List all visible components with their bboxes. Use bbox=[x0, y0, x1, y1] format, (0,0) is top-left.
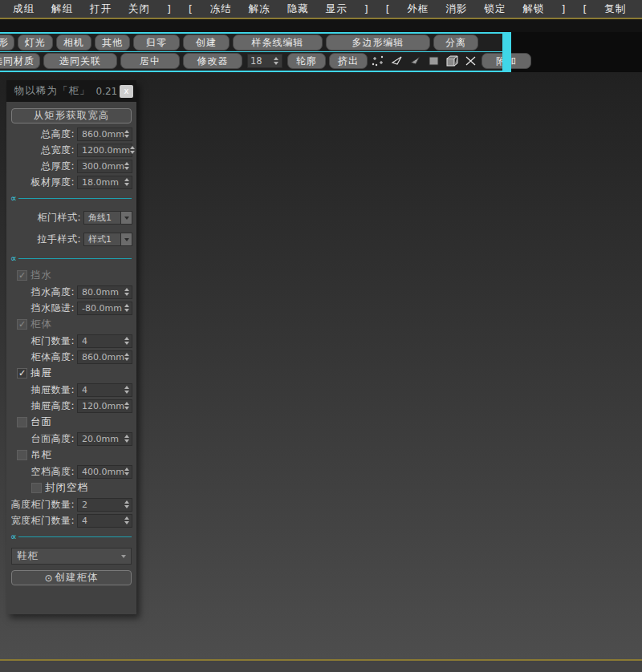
separator-line bbox=[18, 258, 132, 259]
checkbox-台面[interactable] bbox=[17, 417, 27, 427]
checkbox-row: 吊柜 bbox=[10, 447, 132, 464]
field-value: 120.0mm bbox=[82, 401, 124, 411]
menu-bracket: ] bbox=[364, 3, 369, 15]
value-field[interactable]: 4 bbox=[77, 383, 132, 397]
value-field[interactable]: 18.0mm bbox=[77, 176, 132, 189]
toolbar-button-挤出[interactable]: 挤出 bbox=[329, 53, 368, 69]
value-field[interactable]: 4 bbox=[77, 514, 132, 528]
field-spinner[interactable] bbox=[123, 337, 130, 345]
field-spinner[interactable] bbox=[123, 435, 130, 443]
param-label: 挡水隐进: bbox=[10, 302, 77, 315]
value-field[interactable]: 80.0mm bbox=[77, 285, 132, 299]
menu-item-打开[interactable]: 打开 bbox=[90, 2, 112, 16]
menu-item-显示[interactable]: 显示 bbox=[326, 2, 347, 16]
cube-icon[interactable] bbox=[444, 53, 461, 69]
section-separator: ∝ bbox=[10, 528, 132, 545]
arrow-filled-icon[interactable] bbox=[407, 53, 424, 69]
field-spinner[interactable] bbox=[130, 146, 135, 154]
value-field[interactable]: 300.0mm bbox=[77, 160, 132, 173]
points-icon[interactable] bbox=[370, 53, 387, 69]
value-field[interactable]: 400.0mm bbox=[77, 465, 132, 479]
modifier-count-spinner[interactable]: 18 bbox=[247, 54, 282, 68]
menu-bracket: ] bbox=[562, 3, 567, 15]
field-spinner[interactable] bbox=[124, 130, 130, 138]
get-width-height-button[interactable]: 从矩形获取宽高 bbox=[11, 108, 132, 123]
dialog-version: 0.21 bbox=[96, 86, 118, 97]
menu-item-解冻[interactable]: 解冻 bbox=[249, 2, 270, 16]
menu-item-冻结[interactable]: 冻结 bbox=[210, 2, 232, 16]
field-spinner[interactable] bbox=[124, 468, 130, 476]
menu-item-解锁[interactable]: 解锁 bbox=[523, 2, 545, 16]
field-spinner[interactable] bbox=[123, 178, 130, 186]
spinner-arrows[interactable] bbox=[272, 57, 279, 65]
field-value: 4 bbox=[82, 336, 123, 346]
menu-item-隐藏[interactable]: 隐藏 bbox=[287, 2, 309, 16]
value-field[interactable]: 20.0mm bbox=[77, 432, 132, 446]
menu-item-复制[interactable]: 复制 bbox=[604, 2, 626, 16]
menu-item-成组[interactable]: 成组 bbox=[13, 2, 35, 16]
dropdown-row: 柜门样式:角线1 bbox=[10, 207, 132, 229]
field-value: 80.0mm bbox=[82, 287, 123, 298]
value-field[interactable]: 860.0mm bbox=[77, 350, 132, 364]
field-spinner[interactable] bbox=[124, 402, 130, 410]
param-label: 抽屉数量: bbox=[10, 383, 77, 397]
chevron-down-icon[interactable] bbox=[120, 212, 132, 224]
toolbar-button-居中[interactable]: 居中 bbox=[120, 53, 180, 69]
arrow-outline-icon[interactable] bbox=[388, 53, 405, 69]
toolbar-button-归零[interactable]: 归零 bbox=[133, 34, 180, 51]
menu-bracket: [ bbox=[189, 3, 193, 15]
menu-item-外框[interactable]: 外框 bbox=[408, 2, 429, 16]
menu-item-解组[interactable]: 解组 bbox=[51, 2, 73, 16]
square-icon[interactable] bbox=[425, 53, 442, 69]
close-button[interactable]: x bbox=[120, 85, 133, 98]
menu-item-消影[interactable]: 消影 bbox=[446, 2, 468, 16]
toolbar-button-选同关联[interactable]: 选同关联 bbox=[43, 53, 117, 69]
value-field[interactable]: 2 bbox=[77, 498, 132, 512]
dropdown[interactable]: 角线1 bbox=[83, 211, 132, 225]
dropdown[interactable]: 样式1 bbox=[83, 233, 132, 246]
toolbar-button-分离[interactable]: 分离 bbox=[433, 34, 478, 51]
dropdown-value: 样式1 bbox=[84, 233, 120, 245]
field-spinner[interactable] bbox=[124, 162, 130, 170]
checkbox-row: ✓挡水 bbox=[10, 267, 132, 284]
separator-glyph: ∝ bbox=[10, 254, 17, 263]
checkbox-吊柜[interactable] bbox=[17, 450, 27, 460]
toolbar-button-样条线编辑[interactable]: 样条线编辑 bbox=[233, 34, 323, 51]
toolbar-button-其他[interactable]: 其他 bbox=[95, 34, 130, 51]
toolbar-button-形[interactable]: 形 bbox=[0, 34, 14, 51]
field-spinner[interactable] bbox=[123, 386, 130, 394]
field-spinner[interactable] bbox=[123, 516, 130, 524]
field-value: 860.0mm bbox=[82, 129, 124, 140]
field-spinner[interactable] bbox=[124, 353, 130, 361]
toolbar-button-选同材质[interactable]: 选同材质 bbox=[0, 53, 40, 69]
toolbar-button-灯光[interactable]: 灯光 bbox=[18, 34, 53, 51]
toolbar-button-相机[interactable]: 相机 bbox=[56, 34, 91, 51]
separator-line bbox=[18, 198, 132, 199]
toolbar-button-多边形编辑[interactable]: 多边形编辑 bbox=[326, 34, 430, 51]
dialog-titlebar[interactable]: 物以稀为「柜」 0.21 x bbox=[6, 80, 136, 102]
close-x-icon[interactable] bbox=[462, 53, 479, 69]
value-field[interactable]: 120.0mm bbox=[77, 399, 132, 413]
toolbar-button-轮廓[interactable]: 轮廓 bbox=[287, 53, 326, 69]
value-field[interactable]: 860.0mm bbox=[77, 128, 132, 141]
cabinet-type-select[interactable]: 鞋柜 bbox=[11, 548, 132, 565]
checkbox-封闭空档[interactable] bbox=[31, 483, 42, 493]
field-value: -80.0mm bbox=[82, 303, 123, 314]
field-spinner[interactable] bbox=[123, 304, 130, 312]
field-spinner[interactable] bbox=[123, 500, 130, 508]
menu-item-关闭[interactable]: 关闭 bbox=[128, 2, 150, 16]
checkbox-抽屉[interactable]: ✓ bbox=[17, 368, 27, 379]
value-field[interactable]: 1200.0mm bbox=[77, 144, 132, 157]
toolbar-end-cap bbox=[502, 32, 511, 72]
value-field[interactable]: 4 bbox=[77, 334, 132, 348]
menu-item-锁定[interactable]: 锁定 bbox=[485, 2, 506, 16]
field-spinner[interactable] bbox=[123, 288, 130, 296]
toolbar-button-创建[interactable]: 创建 bbox=[183, 34, 230, 51]
field-value: 1200.0mm bbox=[82, 145, 130, 156]
toolbar-button-修改器[interactable]: 修改器 bbox=[183, 53, 242, 69]
chevron-down-icon[interactable] bbox=[120, 233, 132, 245]
cabinet-dialog: 物以稀为「柜」 0.21 x 从矩形获取宽高总高度:860.0mm总宽度:120… bbox=[6, 80, 136, 614]
param-row: 台面高度:20.0mm bbox=[10, 431, 132, 447]
value-field[interactable]: -80.0mm bbox=[77, 302, 132, 315]
create-cabinet-button[interactable]: ⊙创建柜体 bbox=[11, 570, 132, 585]
